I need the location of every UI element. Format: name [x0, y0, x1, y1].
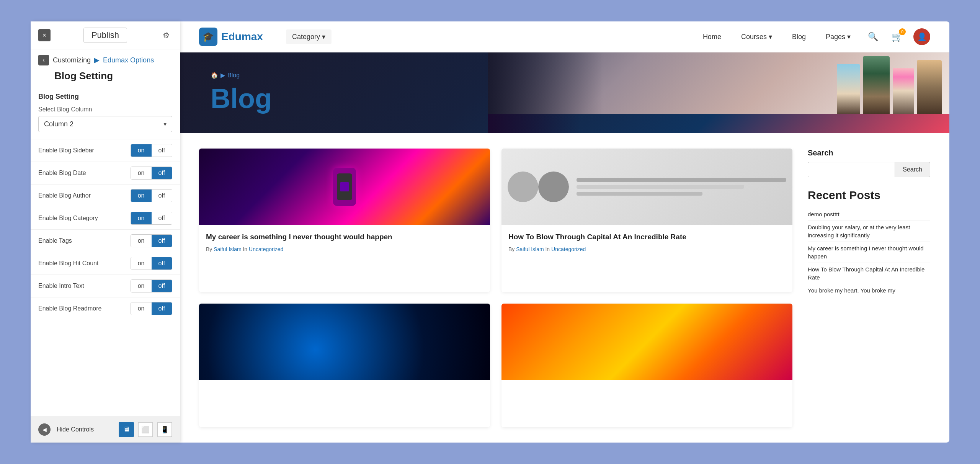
close-button[interactable]: × [38, 29, 51, 41]
cart-badge: 0 [899, 28, 906, 35]
toggle-label-2: Enable Blog Author [38, 192, 91, 199]
card-meta-1: By Saiful Islam In Uncategorized [206, 246, 483, 252]
search-label: Search [808, 149, 930, 157]
toggle-off-4[interactable]: off [152, 235, 172, 247]
panel-header: × Publish ⚙ [31, 21, 180, 49]
toggle-off-7[interactable]: off [152, 302, 172, 315]
blog-card-3 [199, 304, 490, 427]
card-image-2 [501, 149, 792, 225]
recent-post-4[interactable]: You broke my heart. You broke my [808, 284, 930, 297]
card-category-1[interactable]: Uncategorized [249, 246, 283, 252]
breadcrumb: Customizing ▶ Edumax Options [53, 56, 154, 64]
blog-card-1: My career is something I never thought w… [199, 149, 490, 292]
blog-grid: My career is something I never thought w… [199, 149, 792, 427]
site-logo: 🎓 Edumax [199, 28, 263, 46]
site-nav: Category ▾ [286, 29, 332, 44]
hide-controls-label: Hide Controls [57, 426, 94, 433]
mobile-device-button[interactable]: 📱 [157, 422, 172, 437]
toggle-label-5: Enable Blog Hit Count [38, 260, 98, 267]
cart-button[interactable]: 🛒 0 [889, 28, 906, 45]
toggle-label-3: Enable Blog Category [38, 215, 98, 222]
nav-pages[interactable]: Pages ▾ [820, 29, 857, 44]
toggle-on-6[interactable]: on [131, 280, 152, 292]
toggle-label-0: Enable Blog Sidebar [38, 147, 94, 154]
toggle-group-1: onoff [131, 167, 172, 180]
toggle-row-2: Enable Blog Authoronoff [31, 184, 180, 207]
column-select-wrapper: Column 2 Column 1 Column 3 ▼ [38, 116, 172, 132]
breadcrumb-home[interactable]: Customizing [53, 56, 91, 64]
hero-breadcrumb-current: Blog [227, 72, 240, 79]
card-author-1[interactable]: Saiful Islam [214, 246, 241, 252]
toggle-group-5: onoff [131, 257, 172, 270]
toggle-row-3: Enable Blog Categoryonoff [31, 207, 180, 229]
toggle-group-3: onoff [131, 212, 172, 225]
card-title-2: How To Blow Through Capital At An Incred… [508, 232, 786, 242]
blog-card-2: How To Blow Through Capital At An Incred… [501, 149, 792, 292]
recent-post-1[interactable]: Doubling your salary, or at the very lea… [808, 221, 930, 242]
recent-posts-title: Recent Posts [808, 189, 930, 202]
toggle-row-1: Enable Blog Dateonoff [31, 162, 180, 184]
toggle-row-4: Enable Tagsonoff [31, 229, 180, 252]
search-nav-icon: 🔍 [868, 32, 878, 42]
select-column-label: Select Blog Column [31, 105, 180, 116]
hide-controls-icon: ◀ [38, 423, 51, 436]
toggle-off-3[interactable]: off [152, 212, 172, 224]
desktop-device-button[interactable]: 🖥 [119, 422, 134, 437]
card-body-2: How To Blow Through Capital At An Incred… [501, 225, 792, 259]
gear-icon[interactable]: ⚙ [160, 29, 172, 41]
tablet-device-button[interactable]: ⬜ [138, 422, 153, 437]
nav-courses[interactable]: Courses ▾ [735, 29, 778, 44]
back-button[interactable]: ‹ [38, 55, 49, 65]
card-author-2[interactable]: Saiful Islam [516, 246, 544, 252]
toggle-on-1[interactable]: on [131, 167, 152, 179]
toggle-on-5[interactable]: on [131, 257, 152, 270]
toggle-row-0: Enable Blog Sidebaronoff [31, 139, 180, 162]
search-button[interactable]: Search [895, 162, 930, 177]
recent-posts-section: Recent Posts demo posttttDoubling your s… [808, 189, 930, 297]
hero-home-icon: 🏠 [211, 72, 218, 79]
breadcrumb-link[interactable]: Edumax Options [103, 56, 154, 64]
search-nav-button[interactable]: 🔍 [864, 28, 881, 45]
toggle-on-3[interactable]: on [131, 212, 152, 224]
toggle-label-6: Enable Intro Text [38, 283, 84, 289]
toggle-group-0: onoff [131, 144, 172, 157]
sidebar-search: Search Search [808, 149, 930, 177]
nav-home[interactable]: Home [697, 30, 727, 44]
nav-category[interactable]: Category ▾ [286, 29, 332, 44]
toggle-off-0[interactable]: off [152, 144, 172, 157]
toggle-on-4[interactable]: on [131, 235, 152, 247]
recent-post-0[interactable]: demo postttt [808, 208, 930, 221]
panel-footer: ◀ Hide Controls 🖥 ⬜ 📱 [31, 416, 180, 443]
toggle-on-0[interactable]: on [131, 144, 152, 157]
recent-posts-list: demo posttttDoubling your salary, or at … [808, 208, 930, 297]
toggle-row-7: Enable Blog Readmoreonoff [31, 297, 180, 320]
hide-controls-button[interactable]: Hide Controls [57, 426, 94, 433]
card-title-1: My career is something I never thought w… [206, 232, 483, 242]
site-header: 🎓 Edumax Category ▾ Home Courses ▾ Blog … [180, 21, 949, 52]
blog-hero: 🏠 ▶ Blog Blog [180, 52, 949, 133]
hero-image [488, 52, 949, 133]
card-body-3 [199, 380, 490, 394]
main-content: My career is something I never thought w… [180, 133, 949, 443]
blog-hero-title: Blog [211, 83, 272, 114]
card-body-1: My career is something I never thought w… [199, 225, 490, 259]
card-category-2[interactable]: Uncategorized [551, 246, 586, 252]
recent-post-3[interactable]: How To Blow Through Capital At An Incred… [808, 263, 930, 284]
toggle-off-5[interactable]: off [152, 257, 172, 270]
user-avatar[interactable]: 👤 [913, 28, 930, 45]
column-select[interactable]: Column 2 Column 1 Column 3 [38, 116, 172, 132]
search-input[interactable] [808, 162, 895, 177]
hero-breadcrumb: 🏠 ▶ Blog [211, 72, 272, 79]
toggle-group-6: onoff [131, 279, 172, 292]
toggle-off-1[interactable]: off [152, 167, 172, 179]
toggle-label-1: Enable Blog Date [38, 170, 86, 176]
card-image-1 [199, 149, 490, 225]
toggle-off-6[interactable]: off [152, 280, 172, 292]
toggle-on-7[interactable]: on [131, 302, 152, 315]
toggle-on-2[interactable]: on [131, 190, 152, 202]
publish-button[interactable]: Publish [83, 28, 127, 43]
toggle-off-2[interactable]: off [152, 190, 172, 202]
nav-blog[interactable]: Blog [786, 30, 812, 44]
customizer-panel: × Publish ⚙ ‹ Customizing ▶ Edumax Optio… [31, 21, 180, 443]
recent-post-2[interactable]: My career is something I never thought w… [808, 242, 930, 263]
